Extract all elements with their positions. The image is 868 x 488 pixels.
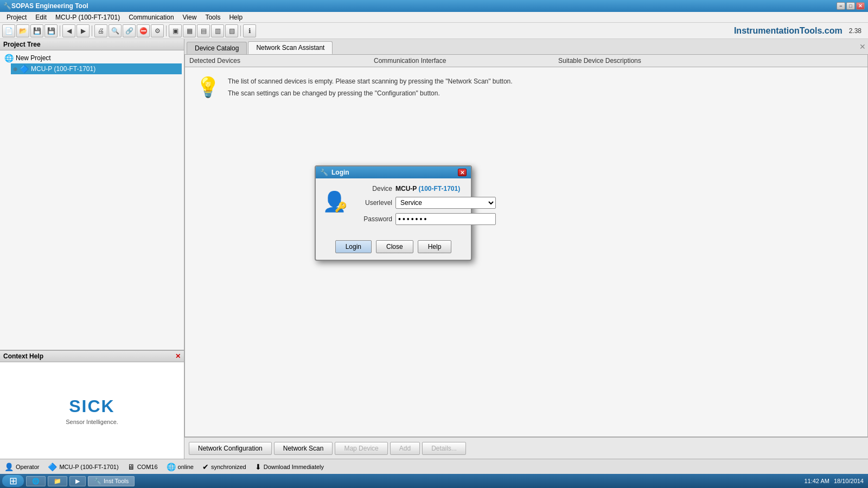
avatar-badge-icon: 🔑: [335, 201, 347, 213]
dialog-close-button[interactable]: ✕: [458, 169, 467, 176]
dialog-titlebar: 🔧 Login ✕: [316, 166, 471, 178]
dialog-footer: Login Close Help: [316, 236, 471, 260]
password-field-label: Password: [353, 215, 392, 223]
device-field-value: MCU-P (100-FT-1701): [395, 185, 460, 192]
dialog-overlay: 🔧 Login ✕ 👤 🔑 Device MCU-P (100-FT-1701): [0, 0, 868, 488]
userlevel-field-label: Userlevel: [353, 199, 392, 207]
close-dialog-button[interactable]: Close: [376, 240, 413, 253]
form-row-password: Password: [353, 213, 496, 225]
dialog-avatar: 👤 🔑: [322, 185, 347, 213]
form-row-userlevel: Userlevel Operator Maintenance Authorize…: [353, 197, 496, 209]
dialog-title-text: Login: [331, 169, 349, 176]
userlevel-select[interactable]: Operator Maintenance Authorized Client S…: [395, 197, 496, 209]
device-suffix: (100-FT-1701): [418, 185, 460, 192]
help-dialog-button[interactable]: Help: [418, 240, 452, 253]
login-dialog: 🔧 Login ✕ 👤 🔑 Device MCU-P (100-FT-1701): [315, 165, 472, 261]
dialog-form: Device MCU-P (100-FT-1701) Userlevel Ope…: [353, 185, 496, 229]
dialog-body: 👤 🔑 Device MCU-P (100-FT-1701) Userlevel…: [316, 178, 471, 236]
device-field-label: Device: [353, 185, 392, 192]
password-input[interactable]: [395, 213, 496, 225]
form-row-device: Device MCU-P (100-FT-1701): [353, 185, 496, 192]
login-button[interactable]: Login: [335, 240, 372, 253]
dialog-title-icon: 🔧: [320, 169, 328, 176]
